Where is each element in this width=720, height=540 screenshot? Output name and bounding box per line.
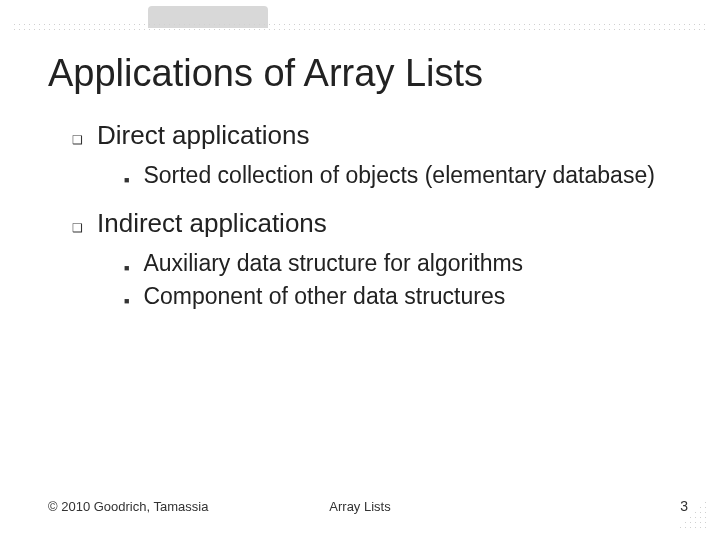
slide-content: ❑ Direct applications ■ Sorted collectio…	[72, 120, 680, 314]
list-item: ❑ Indirect applications	[72, 208, 680, 239]
list-item: ■ Auxiliary data structure for algorithm…	[124, 249, 680, 278]
list-item: ■ Sorted collection of objects (elementa…	[124, 161, 680, 190]
list-item: ■ Component of other data structures	[124, 282, 680, 311]
list-item-label: Direct applications	[97, 120, 309, 151]
footer-title: Array Lists	[0, 499, 720, 514]
list-item-label: Component of other data structures	[143, 282, 505, 311]
square-bullet-icon: ❑	[72, 133, 83, 147]
square-bullet-icon: ■	[124, 263, 129, 273]
list-item: ❑ Direct applications	[72, 120, 680, 151]
square-bullet-icon: ■	[124, 175, 129, 185]
list-item-label: Auxiliary data structure for algorithms	[143, 249, 523, 278]
decorative-dots-top	[12, 22, 708, 34]
square-bullet-icon: ❑	[72, 221, 83, 235]
square-bullet-icon: ■	[124, 296, 129, 306]
list-item-label: Sorted collection of objects (elementary…	[143, 161, 654, 190]
slide-title: Applications of Array Lists	[48, 52, 483, 95]
page-number: 3	[680, 498, 688, 514]
list-item-label: Indirect applications	[97, 208, 327, 239]
